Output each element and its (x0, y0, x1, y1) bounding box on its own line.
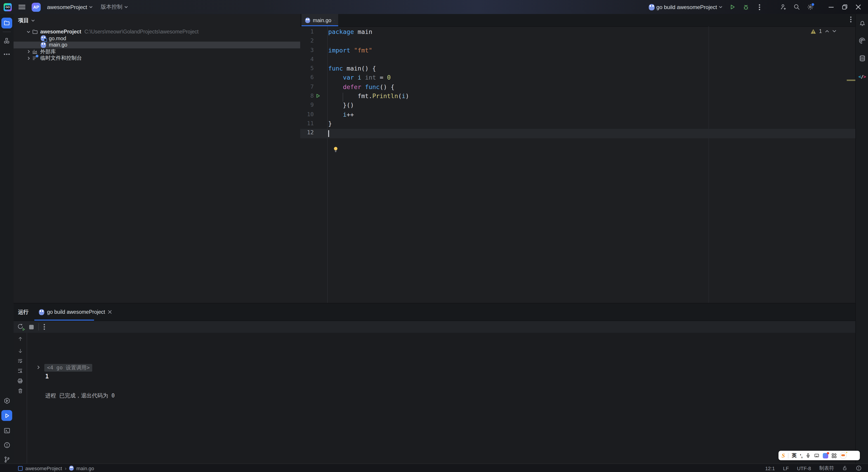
tool-run-button[interactable] (1, 410, 12, 421)
run-button[interactable] (727, 2, 738, 12)
restore-button[interactable] (839, 2, 850, 12)
user-plus-icon (780, 4, 786, 10)
run-gutter-icon[interactable] (315, 93, 320, 99)
go-file-icon (41, 42, 46, 48)
console-folded-setup-line[interactable]: <4 go 设置调用> (44, 364, 92, 372)
close-tab-icon[interactable] (334, 18, 335, 22)
ime-punctuation-toggle[interactable]: ’, (800, 453, 802, 458)
warning-triangle-icon (810, 29, 816, 34)
library-icon (32, 49, 37, 54)
microphone-icon[interactable] (806, 452, 811, 459)
tree-root-awesomeProject[interactable]: awesomeProject C:\Users\meowr\GolandProj… (13, 29, 313, 35)
unlock-icon[interactable] (842, 465, 848, 471)
main-menu-button[interactable] (16, 2, 27, 12)
analysis-status-icon[interactable] (856, 465, 862, 471)
debug-button[interactable] (741, 2, 751, 12)
ime-skin-icon[interactable] (823, 453, 829, 458)
caret-position-widget[interactable]: 12:1 (765, 466, 775, 471)
folder-icon (32, 29, 38, 35)
project-avatar[interactable]: AP (32, 2, 41, 11)
jump-down-button[interactable] (17, 347, 24, 354)
tool-problems-button[interactable] (1, 439, 12, 450)
ai-assistant-button[interactable] (857, 35, 868, 46)
run-configuration-widget[interactable]: go build awesomeProject (647, 2, 724, 11)
settings-notification-dot (811, 3, 814, 6)
left-tool-strip (0, 14, 14, 464)
printer-icon (17, 378, 23, 384)
goland-logo-icon: GO (4, 3, 12, 11)
database-button[interactable] (857, 53, 868, 64)
keyboard-icon[interactable] (814, 453, 820, 458)
endpoints-button[interactable]: </> (857, 71, 868, 82)
tree-item-gomod[interactable]: go.mod (13, 35, 327, 41)
chevron-expanded-icon (26, 31, 31, 33)
toolbar-divider (38, 323, 39, 331)
run-tab-go-build[interactable]: go build awesomeProject (34, 303, 116, 320)
code-with-me-button[interactable] (778, 2, 788, 12)
tool-git-button[interactable] (1, 454, 12, 465)
project-panel: 项目 awesomeProject C:\Users\meowr\GolandP… (13, 14, 301, 303)
scratches-icon (32, 55, 37, 61)
breadcrumb-project[interactable]: awesomeProject (25, 466, 62, 471)
chevron-down-icon (124, 6, 128, 8)
warning-stripe-mark[interactable] (847, 80, 855, 81)
console-more-button[interactable] (43, 324, 45, 330)
bell-icon (859, 20, 866, 27)
sogou-logo[interactable]: S (782, 452, 785, 459)
tree-item-maingo[interactable]: main.go (13, 41, 327, 48)
restore-icon (842, 4, 847, 9)
title-bar: GO AP awesomeProject 版本控制 go build aweso… (0, 0, 868, 14)
close-icon (856, 4, 861, 9)
prev-problem-icon[interactable] (825, 30, 829, 33)
mini-play-icon (22, 328, 25, 331)
ime-lang-toggle[interactable]: 英 (792, 452, 797, 459)
breadcrumb-file[interactable]: main.go (76, 466, 94, 471)
soft-wrap-button[interactable] (17, 357, 24, 365)
print-button[interactable] (17, 377, 24, 384)
fold-expander-icon[interactable] (37, 365, 40, 369)
tool-structure-button[interactable] (1, 35, 12, 46)
search-everywhere-button[interactable] (791, 2, 802, 12)
scroll-to-end-button[interactable] (17, 367, 24, 374)
scroll-end-icon (17, 368, 23, 373)
project-panel-header[interactable]: 项目 (18, 17, 35, 24)
tree-item-scratches[interactable]: 临时文件和控制台 (13, 55, 313, 62)
soft-wrap-icon (17, 358, 23, 364)
editor-tab-maingo[interactable]: main.go (302, 14, 338, 26)
ime-toolbox-icon[interactable] (832, 453, 837, 458)
ime-assistant-icon[interactable] (840, 452, 847, 459)
tool-terminal-button[interactable] (1, 425, 12, 436)
settings-button[interactable] (805, 2, 815, 12)
jump-up-button[interactable] (17, 336, 24, 343)
run-panel-title[interactable]: 运行 (18, 303, 29, 320)
indent-widget[interactable]: 制表符 (819, 465, 834, 472)
goland-window: GO AP awesomeProject 版本控制 go build aweso… (0, 0, 868, 472)
next-problem-icon[interactable] (832, 30, 836, 33)
project-widget[interactable]: awesomeProject (45, 2, 94, 11)
strip-divider (3, 32, 11, 32)
ime-divider (788, 453, 788, 458)
tool-project-button[interactable] (1, 18, 12, 29)
rerun-button[interactable] (17, 323, 24, 331)
more-actions-button[interactable] (754, 2, 765, 12)
run-console[interactable]: <4 go 设置调用> 1 进程 已完成，退出代码为 0 (27, 333, 855, 464)
notifications-button[interactable] (857, 18, 868, 29)
line-ending-widget[interactable]: LF (783, 466, 789, 471)
intention-bulb-icon[interactable] (333, 147, 338, 152)
chevron-collapsed-icon (26, 50, 31, 53)
tab-list-button[interactable] (850, 16, 852, 23)
tree-item-external-libraries[interactable]: 外部库 (13, 49, 313, 55)
inspections-widget[interactable]: 1 (810, 29, 836, 34)
code-editor[interactable]: 123456789101112 package mainimport "fmt"… (300, 26, 855, 303)
more-tool-windows-button[interactable] (1, 49, 12, 60)
play-icon (730, 4, 735, 10)
stop-button[interactable] (29, 324, 34, 329)
close-tab-icon[interactable] (108, 310, 112, 314)
close-button[interactable] (852, 2, 864, 12)
clear-console-button[interactable] (17, 387, 24, 394)
encoding-widget[interactable]: UTF-8 (797, 466, 811, 471)
minimize-button[interactable] (826, 2, 836, 12)
hamburger-icon (18, 4, 25, 9)
tool-services-button[interactable] (1, 395, 12, 406)
vcs-widget[interactable]: 版本控制 (99, 2, 129, 12)
